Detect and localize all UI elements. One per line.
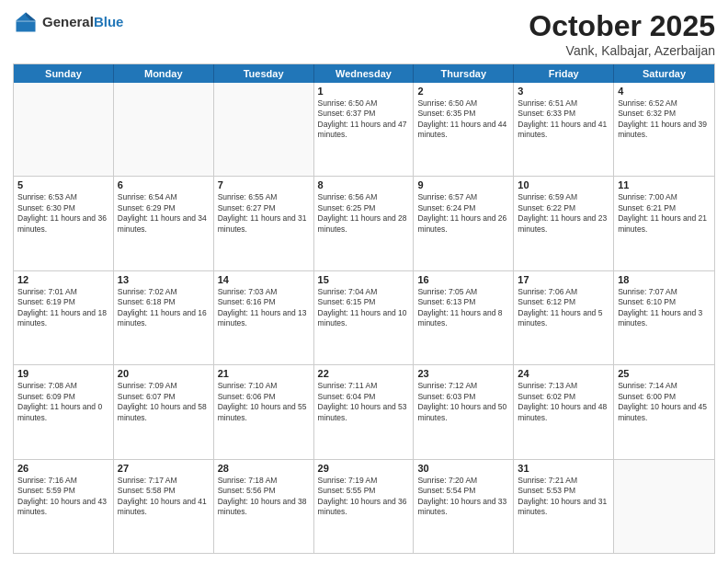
calendar-day-11: 11Sunrise: 7:00 AMSunset: 6:21 PMDayligh…: [614, 177, 714, 270]
calendar-day-15: 15Sunrise: 7:04 AMSunset: 6:15 PMDayligh…: [314, 271, 415, 364]
day-number: 12: [17, 274, 109, 285]
calendar: SundayMondayTuesdayWednesdayThursdayFrid…: [13, 63, 715, 554]
day-number: 26: [17, 463, 109, 474]
day-info: Sunrise: 7:11 AMSunset: 6:04 PMDaylight:…: [318, 381, 410, 423]
day-info: Sunrise: 6:59 AMSunset: 6:22 PMDaylight:…: [518, 192, 609, 235]
day-info: Sunrise: 6:55 AMSunset: 6:27 PMDaylight:…: [218, 192, 310, 235]
logo: GeneralBlue: [13, 9, 123, 35]
calendar-day-17: 17Sunrise: 7:06 AMSunset: 6:12 PMDayligh…: [514, 271, 614, 364]
calendar-day-4: 4Sunrise: 6:52 AMSunset: 6:32 PMDaylight…: [614, 83, 714, 176]
title-month: October 2025: [529, 9, 715, 43]
calendar-empty-cell: [114, 83, 214, 176]
calendar-week-5: 26Sunrise: 7:16 AMSunset: 5:59 PMDayligh…: [14, 460, 714, 553]
day-info: Sunrise: 7:16 AMSunset: 5:59 PMDaylight:…: [17, 476, 109, 518]
day-number: 16: [417, 274, 509, 285]
day-number: 7: [218, 179, 310, 190]
day-number: 21: [218, 368, 310, 379]
day-info: Sunrise: 7:08 AMSunset: 6:09 PMDaylight:…: [17, 381, 109, 423]
calendar-empty-cell: [614, 460, 714, 553]
calendar-day-7: 7Sunrise: 6:55 AMSunset: 6:27 PMDaylight…: [214, 177, 314, 270]
weekday-header-wednesday: Wednesday: [314, 64, 415, 83]
day-info: Sunrise: 6:53 AMSunset: 6:30 PMDaylight:…: [17, 192, 109, 235]
day-number: 5: [17, 179, 109, 190]
day-info: Sunrise: 6:50 AMSunset: 6:37 PMDaylight:…: [318, 98, 410, 141]
svg-rect-2: [17, 20, 36, 22]
day-info: Sunrise: 6:50 AMSunset: 6:35 PMDaylight:…: [417, 98, 509, 141]
day-info: Sunrise: 7:18 AMSunset: 5:56 PMDaylight:…: [218, 476, 310, 518]
title-block: October 2025 Vank, Kalbajar, Azerbaijan: [529, 9, 715, 58]
day-number: 6: [118, 179, 210, 190]
calendar-week-3: 12Sunrise: 7:01 AMSunset: 6:19 PMDayligh…: [14, 271, 714, 365]
day-number: 3: [518, 86, 609, 97]
day-number: 24: [518, 368, 609, 379]
calendar-day-25: 25Sunrise: 7:14 AMSunset: 6:00 PMDayligh…: [614, 365, 714, 458]
day-info: Sunrise: 7:05 AMSunset: 6:13 PMDaylight:…: [417, 287, 509, 329]
calendar-day-14: 14Sunrise: 7:03 AMSunset: 6:16 PMDayligh…: [214, 271, 314, 364]
day-info: Sunrise: 7:07 AMSunset: 6:10 PMDaylight:…: [618, 287, 711, 329]
logo-blue: Blue: [94, 14, 124, 29]
calendar-day-23: 23Sunrise: 7:12 AMSunset: 6:03 PMDayligh…: [414, 365, 514, 458]
weekday-header-thursday: Thursday: [414, 64, 514, 83]
day-info: Sunrise: 7:12 AMSunset: 6:03 PMDaylight:…: [417, 381, 509, 423]
calendar-empty-cell: [14, 83, 114, 176]
day-number: 8: [318, 179, 410, 190]
calendar-day-19: 19Sunrise: 7:08 AMSunset: 6:09 PMDayligh…: [14, 365, 114, 458]
weekday-header-tuesday: Tuesday: [214, 64, 314, 83]
calendar-header: SundayMondayTuesdayWednesdayThursdayFrid…: [14, 64, 714, 83]
calendar-day-31: 31Sunrise: 7:21 AMSunset: 5:53 PMDayligh…: [514, 460, 614, 553]
day-number: 23: [417, 368, 509, 379]
day-info: Sunrise: 7:20 AMSunset: 5:54 PMDaylight:…: [417, 476, 509, 518]
day-info: Sunrise: 6:57 AMSunset: 6:24 PMDaylight:…: [417, 192, 509, 235]
day-info: Sunrise: 7:02 AMSunset: 6:18 PMDaylight:…: [118, 287, 210, 329]
page: GeneralBlue October 2025 Vank, Kalbajar,…: [0, 0, 728, 563]
title-location: Vank, Kalbajar, Azerbaijan: [529, 43, 715, 58]
calendar-day-22: 22Sunrise: 7:11 AMSunset: 6:04 PMDayligh…: [314, 365, 415, 458]
day-info: Sunrise: 7:09 AMSunset: 6:07 PMDaylight:…: [118, 381, 210, 423]
calendar-week-4: 19Sunrise: 7:08 AMSunset: 6:09 PMDayligh…: [14, 365, 714, 459]
calendar-day-1: 1Sunrise: 6:50 AMSunset: 6:37 PMDaylight…: [314, 83, 415, 176]
day-number: 19: [17, 368, 109, 379]
day-info: Sunrise: 7:21 AMSunset: 5:53 PMDaylight:…: [518, 476, 609, 518]
header: GeneralBlue October 2025 Vank, Kalbajar,…: [13, 9, 715, 58]
day-number: 22: [318, 368, 410, 379]
day-info: Sunrise: 7:19 AMSunset: 5:55 PMDaylight:…: [318, 476, 410, 518]
day-number: 28: [218, 463, 310, 474]
day-info: Sunrise: 7:00 AMSunset: 6:21 PMDaylight:…: [618, 192, 711, 235]
day-info: Sunrise: 7:01 AMSunset: 6:19 PMDaylight:…: [17, 287, 109, 329]
calendar-week-2: 5Sunrise: 6:53 AMSunset: 6:30 PMDaylight…: [14, 177, 714, 270]
weekday-header-sunday: Sunday: [14, 64, 114, 83]
day-info: Sunrise: 6:56 AMSunset: 6:25 PMDaylight:…: [318, 192, 410, 235]
day-number: 25: [618, 368, 711, 379]
calendar-day-12: 12Sunrise: 7:01 AMSunset: 6:19 PMDayligh…: [14, 271, 114, 364]
day-number: 30: [417, 463, 509, 474]
day-number: 4: [618, 86, 711, 97]
calendar-day-26: 26Sunrise: 7:16 AMSunset: 5:59 PMDayligh…: [14, 460, 114, 553]
day-number: 1: [318, 86, 410, 97]
day-info: Sunrise: 7:10 AMSunset: 6:06 PMDaylight:…: [218, 381, 310, 423]
calendar-day-16: 16Sunrise: 7:05 AMSunset: 6:13 PMDayligh…: [414, 271, 514, 364]
calendar-empty-cell: [214, 83, 314, 176]
day-number: 10: [518, 179, 609, 190]
calendar-week-1: 1Sunrise: 6:50 AMSunset: 6:37 PMDaylight…: [14, 83, 714, 177]
calendar-day-2: 2Sunrise: 6:50 AMSunset: 6:35 PMDaylight…: [414, 83, 514, 176]
calendar-day-13: 13Sunrise: 7:02 AMSunset: 6:18 PMDayligh…: [114, 271, 214, 364]
calendar-day-30: 30Sunrise: 7:20 AMSunset: 5:54 PMDayligh…: [414, 460, 514, 553]
day-info: Sunrise: 7:13 AMSunset: 6:02 PMDaylight:…: [518, 381, 609, 423]
day-number: 2: [417, 86, 509, 97]
logo-icon: [13, 9, 39, 35]
day-number: 14: [218, 274, 310, 285]
calendar-day-21: 21Sunrise: 7:10 AMSunset: 6:06 PMDayligh…: [214, 365, 314, 458]
day-number: 31: [518, 463, 609, 474]
day-info: Sunrise: 6:54 AMSunset: 6:29 PMDaylight:…: [118, 192, 210, 235]
calendar-body: 1Sunrise: 6:50 AMSunset: 6:37 PMDaylight…: [14, 83, 714, 553]
weekday-header-friday: Friday: [514, 64, 614, 83]
weekday-header-saturday: Saturday: [614, 64, 714, 83]
calendar-day-29: 29Sunrise: 7:19 AMSunset: 5:55 PMDayligh…: [314, 460, 415, 553]
logo-general: General: [42, 14, 94, 29]
day-info: Sunrise: 7:17 AMSunset: 5:58 PMDaylight:…: [118, 476, 210, 518]
day-info: Sunrise: 7:14 AMSunset: 6:00 PMDaylight:…: [618, 381, 711, 423]
calendar-day-28: 28Sunrise: 7:18 AMSunset: 5:56 PMDayligh…: [214, 460, 314, 553]
day-number: 15: [318, 274, 410, 285]
weekday-header-monday: Monday: [114, 64, 214, 83]
calendar-day-9: 9Sunrise: 6:57 AMSunset: 6:24 PMDaylight…: [414, 177, 514, 270]
